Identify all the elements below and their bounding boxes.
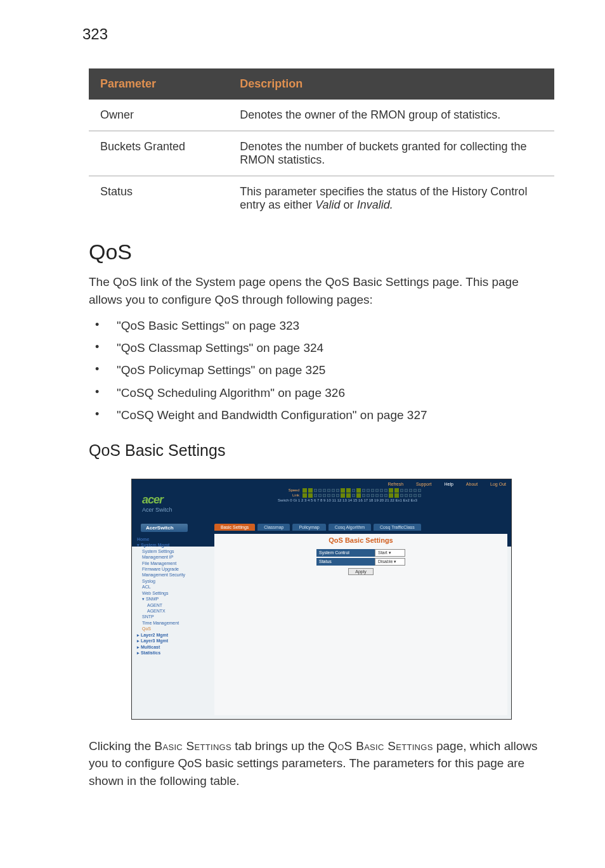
closing-text: tab brings up the [231, 739, 328, 753]
sidebar-item-management-security[interactable]: Management Security [137, 572, 208, 578]
sidebar-item-syslog[interactable]: Syslog [137, 578, 208, 584]
status-label: Status [316, 558, 375, 566]
list-item: "CoSQ Weight and Bandwidth Configuration… [91, 404, 554, 426]
panel-title: QoS Basic Settings [214, 536, 507, 544]
sidebar-item-time-management[interactable]: Time Management [137, 620, 208, 626]
tab-policymap[interactable]: Policymap [292, 524, 325, 531]
th-description: Description [228, 68, 554, 100]
closing-paragraph: Clicking the Basic Settings tab brings u… [89, 737, 554, 790]
th-parameter: Parameter [89, 68, 228, 100]
sidebar-item-system-mgmt[interactable]: ▾ System Mgmt [137, 542, 208, 548]
heading-basic-settings: QoS Basic Settings [89, 441, 554, 460]
help-link[interactable]: Help [444, 482, 453, 486]
tab-cosq-algorithm[interactable]: Cosq Algorithm [329, 524, 371, 531]
desc-cell: Denotes the number of buckets granted fo… [228, 131, 554, 176]
support-link[interactable]: Support [416, 482, 432, 486]
sidebar-item-home[interactable]: Home [137, 536, 208, 542]
desc-italic: Invalid. [357, 198, 393, 211]
brand-logo: acer [142, 493, 172, 507]
about-link[interactable]: About [466, 482, 478, 486]
sidebar-item-sntp[interactable]: SNTP [137, 614, 208, 619]
closing-smallcaps: QoS Basic Settings [328, 739, 433, 753]
sidebar-item-multicast[interactable]: ▸ Multicast [137, 644, 208, 650]
sidebar-item-layer2-mgmt[interactable]: ▸ Layer2 Mgmt [137, 632, 208, 638]
sidebar-item-acl[interactable]: ACL [137, 584, 208, 590]
sidebar-item-snmp[interactable]: ▾ SNMP [137, 596, 208, 602]
desc-italic: Valid [315, 198, 340, 211]
link-label: Link [278, 493, 299, 498]
ss-topbar: Refresh Support Help About Log Out [377, 482, 506, 486]
sidebar-item-qos[interactable]: QoS [137, 626, 208, 632]
sidebar-item-web-settings[interactable]: Web Settings [137, 590, 208, 596]
logout-link[interactable]: Log Out [490, 482, 506, 486]
system-control-label: System Control [316, 549, 375, 557]
parameter-table: Parameter Description Owner Denotes the … [89, 68, 554, 221]
heading-qos: QoS [89, 240, 554, 264]
speed-label: Speed [278, 488, 299, 493]
embedded-screenshot: Refresh Support Help About Log Out acer … [131, 479, 512, 720]
list-item: "QoS Basic Settings" on page 323 [91, 314, 554, 337]
main-panel: QoS Basic Settings System Control Start … [214, 534, 507, 715]
table-row: Buckets Granted Denotes the number of bu… [89, 131, 554, 176]
list-item: "QoS Policymap Settings" on page 325 [91, 359, 554, 381]
param-cell: Status [89, 176, 228, 221]
tab-basic-settings[interactable]: Basic Settings [214, 524, 255, 531]
page-number: 323 [82, 25, 554, 43]
switch-ports-label: Switch 0 Gi 1 2 3 4 5 6 7 8 9 10 11 12 1… [278, 498, 505, 503]
param-cell: Owner [89, 100, 228, 131]
sidebar-nav: Home ▾ System Mgmt System Settings Manag… [134, 534, 211, 659]
sidebar-item-system-settings[interactable]: System Settings [137, 548, 208, 554]
closing-text: Clicking the [89, 739, 155, 753]
tab-bar: Basic Settings Classmap Policymap Cosq A… [214, 524, 422, 531]
table-row: Status This parameter specifies the stat… [89, 176, 554, 221]
settings-form: System Control Start ▾ Status Disable ▾ … [316, 549, 405, 575]
apply-button[interactable]: Apply [348, 568, 374, 575]
list-item: "QoS Classmap Settings" on page 324 [91, 337, 554, 359]
sidebar-item-agentx[interactable]: AGENTX [137, 608, 208, 614]
bullet-list: "QoS Basic Settings" on page 323 "QoS Cl… [89, 314, 554, 426]
desc-cell: Denotes the owner of the RMON group of s… [228, 100, 554, 131]
status-select[interactable]: Disable ▾ [375, 558, 405, 566]
list-item: "CoSQ Scheduling Algorithm" on page 326 [91, 382, 554, 404]
refresh-link[interactable]: Refresh [388, 482, 404, 486]
sidebar-item-layer3-mgmt[interactable]: ▸ Layer3 Mgmt [137, 638, 208, 644]
param-cell: Buckets Granted [89, 131, 228, 176]
breadcrumb: AcerSwitch [141, 524, 188, 532]
sidebar-item-statistics[interactable]: ▸ Statistics [137, 650, 208, 656]
desc-cell: This parameter specifies the status of t… [228, 176, 554, 221]
sidebar-item-firmware-upgrade[interactable]: Firmware Upgrade [137, 566, 208, 572]
system-control-select[interactable]: Start ▾ [375, 549, 405, 557]
brand-subtitle: Acer Switch [142, 507, 172, 513]
tab-classmap[interactable]: Classmap [257, 524, 290, 531]
sidebar-item-agent[interactable]: AGENT [137, 602, 208, 608]
desc-text: or [341, 198, 357, 211]
intro-paragraph: The QoS link of the System page opens th… [89, 273, 554, 308]
table-row: Owner Denotes the owner of the RMON grou… [89, 100, 554, 131]
logo-area: acer Acer Switch [142, 493, 172, 513]
closing-smallcaps: Basic Settings [155, 739, 232, 753]
port-strip: Speed Link Switch 0 Gi 1 2 3 4 5 6 7 8 9… [278, 488, 505, 503]
sidebar-item-file-management[interactable]: File Management [137, 560, 208, 566]
tab-cosq-trafficclass[interactable]: Cosq TrafficClass [374, 524, 421, 531]
sidebar-item-management-ip[interactable]: Management IP [137, 554, 208, 560]
